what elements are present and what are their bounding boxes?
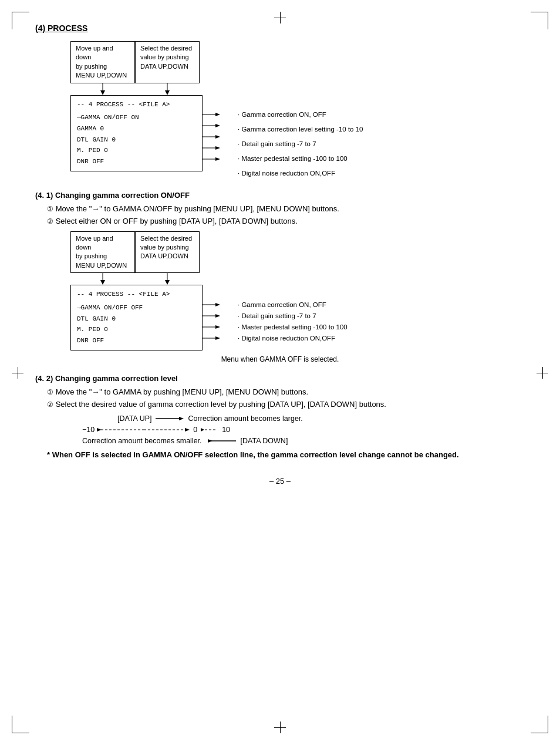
crosshair-bottom [274,722,286,733]
annot-2-1: · Gamma correction ON, OFF [238,299,348,310]
arrow-annot-2-4 [203,335,221,341]
data-down-row: Correction amount becomes smaller. [DATA… [82,437,525,446]
svg-marker-27 [179,417,184,420]
corner-mark-tl [12,12,29,29]
svg-marker-3 [165,90,170,95]
page-number: – 25 – [35,477,525,486]
svg-marker-31 [185,428,190,432]
scale-line [97,426,191,434]
menu-nav-box-2: Move up and down by pushing MENU UP,DOWN [70,231,135,274]
menu-nav-box: Move up and down by pushing MENU UP,DOWN [70,41,135,83]
arrow-right-data-up [156,416,185,422]
arrow-annot-2-3 [203,324,221,330]
annot-2-4: · Digital noise reduction ON,OFF [238,332,348,343]
diagram1-annotations: · Gamma correction ON, OFF · Gamma corre… [238,109,363,179]
annot-4: · Master pedestal setting -100 to 100 [238,153,363,164]
arrow-down-right [164,83,171,95]
corner-mark-bl [12,716,29,733]
svg-marker-5 [215,113,220,116]
arrow-annot-3 [203,134,221,140]
arrow-down-left-2 [99,273,106,285]
annot-1: · Gamma correction ON, OFF [238,109,363,120]
process-menu-2: -- 4 PROCESS -- <FILE A> →GAMMA ON/OFF O… [70,285,203,350]
svg-marker-11 [215,146,220,150]
svg-marker-15 [100,280,105,285]
arrow-annot-2-2 [203,313,221,319]
step-4-2-2: ② Select the desired value of gamma corr… [47,400,525,409]
svg-marker-13 [215,157,220,161]
step-4-2-1: ① Move the "→" to GAMMA by pushing [MENU… [47,387,525,396]
annot-2-3: · Master pedestal setting -100 to 100 [238,321,348,332]
svg-marker-17 [165,280,170,285]
annot-3: · Detail gain setting -7 to 7 [238,139,363,150]
arrow-annot-5 [203,156,221,162]
annot-2: · Gamma correction level setting -10 to … [238,124,363,135]
svg-marker-1 [100,90,105,95]
corner-mark-br [531,716,548,733]
data-up-row: [DATA UP] Correction amount becomes larg… [117,414,525,423]
step-4-1-2: ② Select either ON or OFF by pushing [DA… [47,217,525,225]
arrow-annot-2-1 [203,302,221,308]
section-4-1-title: (4. 1) Changing gamma correction ON/OFF [35,191,525,200]
diagram2-annotations: · Gamma correction ON, OFF · Detail gain… [238,299,348,343]
svg-marker-19 [215,303,220,306]
scale-row: −10 0 10 [82,426,525,434]
svg-marker-25 [215,336,220,340]
svg-marker-21 [215,314,220,318]
crosshair-top [274,12,286,23]
section-title: (4) PROCESS [35,23,525,33]
crosshair-right [537,367,548,379]
svg-marker-23 [215,325,220,329]
data-select-box: Select the desired value by pushing DATA… [135,41,200,83]
step-4-1-1: ① Move the "→" to GAMMA ON/OFF by pushin… [47,204,525,213]
warning-text: * When OFF is selected in GAMMA ON/OFF s… [47,450,525,459]
annot-2-2: · Detail gain setting -7 to 7 [238,310,348,321]
svg-marker-7 [215,124,220,127]
arrow-left-data-down [208,438,237,444]
section-4-2-title: (4. 2) Changing gamma correction level [35,374,525,383]
corner-mark-tr [531,12,548,29]
arrow-left-scale [201,427,218,433]
arrow-annot-4 [203,145,221,151]
data-select-box-2: Select the desired value by pushing DATA… [135,231,200,274]
arrow-annot-1 [203,112,221,117]
crosshair-left [12,367,23,379]
process-menu-1: -- 4 PROCESS -- <FILE A> →GAMMA ON/OFF O… [70,95,203,171]
arrow-down-left [99,83,106,95]
arrow-annot-2 [203,123,221,129]
arrow-down-right-2 [164,273,171,285]
diagram2-caption: Menu when GAMMA OFF is selected. [35,355,525,363]
annot-5: · Digital noise reduction ON,OFF [238,168,363,179]
svg-marker-9 [215,135,220,139]
